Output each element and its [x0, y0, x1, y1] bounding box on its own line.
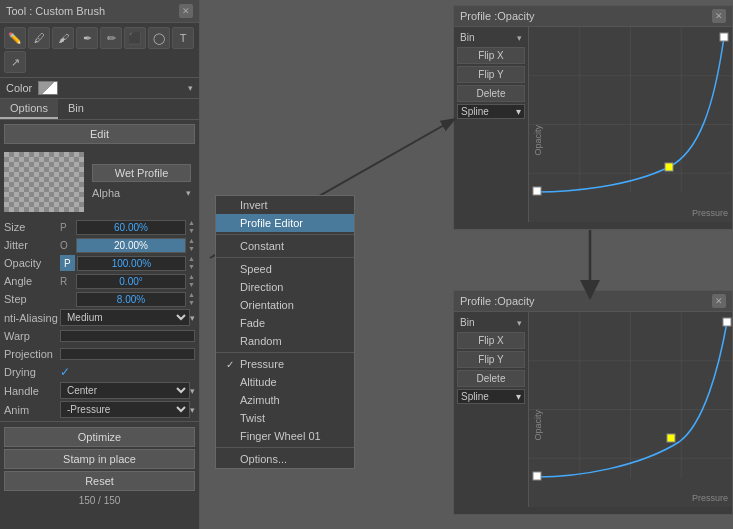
profile-bottom-controls: Bin ▾ Flip X Flip Y Delete Spline ▾: [454, 312, 529, 507]
projection-input[interactable]: [60, 348, 195, 360]
size-input[interactable]: [76, 220, 186, 235]
tab-options[interactable]: Options: [0, 99, 58, 119]
wet-profile-button[interactable]: Wet Profile: [92, 164, 191, 182]
brush-icon-1[interactable]: ✏️: [4, 27, 26, 49]
profile-bottom-delete[interactable]: Delete: [457, 370, 525, 387]
stamp-place-button[interactable]: Stamp in place: [4, 449, 195, 469]
color-row: Color ▾: [0, 78, 199, 99]
angle-input[interactable]: [76, 274, 186, 289]
twist-label: Twist: [240, 412, 265, 424]
profile-top-bin-arrow[interactable]: ▾: [517, 33, 522, 43]
profile-bottom-close[interactable]: ✕: [712, 294, 726, 308]
tab-bin[interactable]: Bin: [58, 99, 94, 119]
jitter-up[interactable]: ▲: [188, 237, 195, 245]
opacity-up[interactable]: ▲: [188, 255, 195, 263]
menu-item-pressure[interactable]: ✓ Pressure: [216, 355, 354, 373]
handle-label: Handle: [4, 385, 60, 397]
profile-bottom-graph[interactable]: Pressure Opacity: [529, 312, 732, 507]
brush-icon-3[interactable]: 🖌: [52, 27, 74, 49]
anim-select[interactable]: -Pressure: [60, 401, 190, 418]
opacity-input[interactable]: [77, 256, 186, 271]
profile-top-flip-y[interactable]: Flip Y: [457, 66, 525, 83]
menu-item-profile-editor[interactable]: Profile Editor: [216, 214, 354, 232]
drying-checkbox[interactable]: ✓: [60, 365, 70, 379]
menu-item-random[interactable]: Random: [216, 332, 354, 350]
jitter-down[interactable]: ▼: [188, 245, 195, 253]
step-down[interactable]: ▼: [188, 299, 195, 307]
size-row: Size P ▲ ▼: [0, 218, 199, 236]
anti-aliasing-row: nti-Aliasing Medium ▾: [0, 308, 199, 327]
brush-icon-7[interactable]: ◯: [148, 27, 170, 49]
menu-item-speed[interactable]: Speed: [216, 260, 354, 278]
brush-icon-5[interactable]: ✏: [100, 27, 122, 49]
profile-bottom-spline[interactable]: Spline ▾: [457, 389, 525, 404]
angle-up[interactable]: ▲: [188, 273, 195, 281]
edit-button[interactable]: Edit: [4, 124, 195, 144]
size-down[interactable]: ▼: [188, 227, 195, 235]
brush-icon-4[interactable]: ✒: [76, 27, 98, 49]
color-dropdown-arrow[interactable]: ▾: [188, 83, 193, 93]
anim-row: Anim -Pressure ▾: [0, 400, 199, 419]
brush-icon-8[interactable]: T: [172, 27, 194, 49]
profile-top-spline[interactable]: Spline ▾: [457, 104, 525, 119]
brush-icon-9[interactable]: ↗: [4, 51, 26, 73]
menu-sep-1: [216, 234, 354, 235]
profile-bottom-svg: [529, 312, 732, 507]
menu-item-invert[interactable]: Invert: [216, 196, 354, 214]
optimize-button[interactable]: Optimize: [4, 427, 195, 447]
opacity-down[interactable]: ▼: [188, 263, 195, 271]
menu-item-twist[interactable]: Twist: [216, 409, 354, 427]
jitter-row: Jitter O ▲ ▼: [0, 236, 199, 254]
warp-row: Warp: [0, 327, 199, 345]
menu-item-altitude[interactable]: Altitude: [216, 373, 354, 391]
menu-item-azimuth[interactable]: Azimuth: [216, 391, 354, 409]
alpha-dropdown[interactable]: ▾: [186, 188, 191, 198]
angle-row: Angle R ▲ ▼: [0, 272, 199, 290]
profile-top-close[interactable]: ✕: [712, 9, 726, 23]
color-swatch[interactable]: [38, 81, 58, 95]
menu-item-constant[interactable]: Constant: [216, 237, 354, 255]
fade-label: Fade: [240, 317, 265, 329]
opacity-p-button[interactable]: P: [60, 255, 75, 271]
menu-item-direction[interactable]: Direction: [216, 278, 354, 296]
size-up[interactable]: ▲: [188, 219, 195, 227]
menu-item-fade[interactable]: Fade: [216, 314, 354, 332]
size-arrows: ▲ ▼: [188, 219, 195, 234]
step-arrows: ▲ ▼: [188, 291, 195, 306]
menu-item-options[interactable]: Options...: [216, 450, 354, 468]
brush-icon-6[interactable]: ⬛: [124, 27, 146, 49]
svg-rect-17: [533, 472, 541, 480]
profile-bottom-flip-y[interactable]: Flip Y: [457, 351, 525, 368]
brush-icon-2[interactable]: 🖊: [28, 27, 50, 49]
profile-top-body: Bin ▾ Flip X Flip Y Delete Spline ▾: [454, 27, 732, 222]
anti-aliasing-arrow: ▾: [190, 313, 195, 323]
reset-button[interactable]: Reset: [4, 471, 195, 491]
warp-label: Warp: [4, 330, 60, 342]
menu-sep-4: [216, 447, 354, 448]
profile-bottom-bin-arrow[interactable]: ▾: [517, 318, 522, 328]
angle-down[interactable]: ▼: [188, 281, 195, 289]
warp-input[interactable]: [60, 330, 195, 342]
drying-row: Drying ✓: [0, 363, 199, 381]
profile-bottom-flip-x[interactable]: Flip X: [457, 332, 525, 349]
random-label: Random: [240, 335, 282, 347]
angle-label: Angle: [4, 275, 60, 287]
close-button[interactable]: ✕: [179, 4, 193, 18]
anti-aliasing-select[interactable]: Medium: [60, 309, 190, 326]
step-input[interactable]: [76, 292, 186, 307]
profile-top-flip-x[interactable]: Flip X: [457, 47, 525, 64]
svg-rect-18: [667, 434, 675, 442]
jitter-input[interactable]: [76, 238, 186, 253]
profile-bottom-spline-arrow: ▾: [516, 391, 521, 402]
step-up[interactable]: ▲: [188, 291, 195, 299]
profile-top-bin-row: Bin ▾: [457, 30, 525, 45]
svg-rect-9: [665, 163, 673, 171]
menu-item-finger-wheel[interactable]: Finger Wheel 01: [216, 427, 354, 445]
tool-panel: Tool : Custom Brush ✕ ✏️ 🖊 🖌 ✒ ✏ ⬛ ◯ T ↗…: [0, 0, 200, 529]
profile-top-graph[interactable]: Pressure Opacity: [529, 27, 732, 222]
handle-select[interactable]: Center: [60, 382, 190, 399]
profile-top-delete[interactable]: Delete: [457, 85, 525, 102]
profile-top-x-label: Pressure: [692, 208, 728, 218]
menu-item-orientation[interactable]: Orientation: [216, 296, 354, 314]
profile-panel-top: Profile :Opacity ✕ Bin ▾ Flip X Flip Y D…: [453, 5, 733, 230]
